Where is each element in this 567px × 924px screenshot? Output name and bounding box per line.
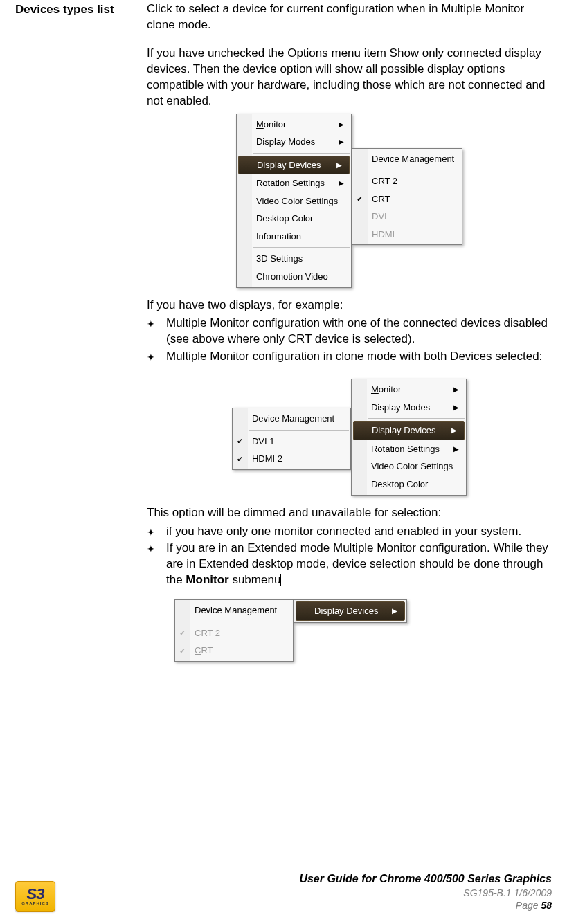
menu-item-display-modes[interactable]: Display Modes▶ (237, 133, 351, 151)
submenu-item-hdmi: HDMI (352, 226, 462, 244)
chevron-right-icon: ▶ (440, 444, 459, 454)
submenu-item-crt[interactable]: ✔CRT (352, 190, 462, 208)
menu-item-video-color-settings[interactable]: Video Color Settings (237, 192, 351, 210)
check-icon: ✔ (179, 628, 186, 638)
menu-item-3d-settings[interactable]: 3D Settings (237, 250, 351, 268)
submenu-header-device-management[interactable]: Device Management (175, 601, 293, 619)
bullet-icon: ✦ (147, 316, 166, 331)
menu-item-desktop-color[interactable]: Desktop Color (352, 475, 466, 493)
chevron-right-icon: ▶ (325, 179, 344, 188)
submenu-item-crt2: ✔CRT 2 (175, 624, 293, 642)
doc-title: User Guide for Chrome 400/500 Series Gra… (299, 872, 552, 887)
screenshot-menu-3: Device Management ✔CRT 2 ✔CRT Display De… (147, 599, 552, 662)
bullet-icon: ✦ (147, 349, 166, 364)
paragraph: This option will be dimmed and unavailab… (147, 505, 552, 521)
screenshot-menu-1: Monitor▶ Display Modes▶ Display Devices▶… (147, 114, 552, 288)
bullet-text: if you have only one monitor connected a… (166, 524, 552, 540)
page-number: Page 58 (299, 899, 552, 912)
chevron-right-icon: ▶ (325, 137, 344, 147)
bullet-text: Multiple Monitor configuration with one … (166, 316, 552, 347)
menu-item-monitor[interactable]: Monitor▶ (352, 381, 466, 399)
menu-item-desktop-color[interactable]: Desktop Color (237, 210, 351, 228)
submenu-item-crt2[interactable]: CRT 2 (352, 172, 462, 190)
submenu-item-dvi: DVI (352, 208, 462, 226)
screenshot-menu-2: Device Management ✔DVI 1 ✔HDMI 2 Monitor… (147, 379, 552, 495)
menu-item-display-devices[interactable]: Display Devices▶ (353, 421, 465, 440)
paragraph: If you have two displays, for example: (147, 298, 552, 314)
paragraph: If you have unchecked the Options menu i… (147, 46, 552, 109)
submenu-item-crt: ✔CRT (175, 642, 293, 660)
menu-item-video-color-settings[interactable]: Video Color Settings (352, 458, 466, 475)
check-icon: ✔ (357, 194, 363, 204)
paragraph: Click to select a device for current con… (147, 1, 552, 33)
chevron-right-icon: ▶ (438, 426, 457, 435)
chevron-right-icon: ▶ (440, 403, 459, 413)
chevron-right-icon: ▶ (440, 385, 459, 395)
menu-item-rotation-settings[interactable]: Rotation Settings▶ (237, 174, 351, 192)
bullet-icon: ✦ (147, 541, 166, 556)
section-heading: Devices types list (15, 1, 147, 17)
footer-text: User Guide for Chrome 400/500 Series Gra… (299, 872, 552, 912)
check-icon: ✔ (237, 436, 243, 446)
menu-item-display-modes[interactable]: Display Modes▶ (352, 399, 466, 417)
bullet-text: Multiple Monitor configuration in clone … (166, 349, 552, 365)
text-cursor (280, 574, 281, 586)
bullet-text: If you are in an Extended mode Multiple … (166, 541, 552, 588)
doc-meta: SG195-B.1 1/6/2009 (299, 887, 552, 899)
menu-item-monitor[interactable]: Monitor▶ (237, 116, 351, 134)
submenu-header-device-management[interactable]: Device Management (352, 150, 462, 168)
submenu-item-hdmi2[interactable]: ✔HDMI 2 (233, 450, 350, 468)
submenu-header-device-management[interactable]: Device Management (233, 410, 350, 428)
menu-item-information[interactable]: Information (237, 228, 351, 246)
chevron-right-icon: ▶ (325, 120, 344, 129)
menu-item-chromotion-video[interactable]: Chromotion Video (237, 268, 351, 286)
chevron-right-icon: ▶ (323, 161, 342, 170)
menu-item-display-devices[interactable]: Display Devices▶ (238, 156, 350, 175)
menu-item-display-devices[interactable]: Display Devices▶ (296, 601, 405, 621)
menu-item-rotation-settings[interactable]: Rotation Settings▶ (352, 440, 466, 458)
chevron-right-icon: ▶ (378, 606, 397, 616)
s3-graphics-logo: S3 GRAPHICS (15, 881, 55, 912)
check-icon: ✔ (179, 646, 186, 656)
submenu-item-dvi1[interactable]: ✔DVI 1 (233, 433, 350, 451)
check-icon: ✔ (237, 454, 243, 464)
bullet-icon: ✦ (147, 524, 166, 539)
